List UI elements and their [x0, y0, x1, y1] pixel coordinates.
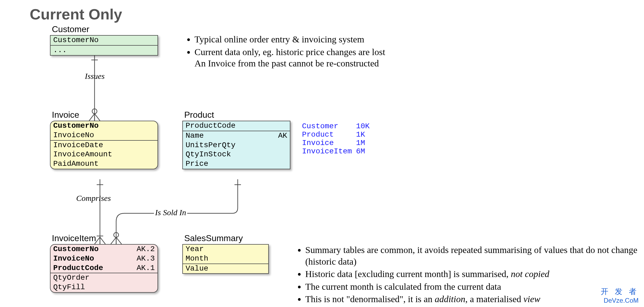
entity-label-product: Product	[184, 110, 214, 120]
field-product-unitsperqty: UnitsPerQty	[183, 141, 290, 150]
svg-line-16	[111, 237, 116, 244]
stat-customer-name: Customer	[302, 122, 356, 130]
field-invoice-customerno: CustomerNo	[51, 121, 157, 131]
bullet-top-2: Current data only, eg. historic price ch…	[194, 46, 619, 69]
field-invoiceitem-customerno-ak: AK.2	[137, 245, 155, 254]
entity-invoice: CustomerNo InvoiceNo InvoiceDate Invoice…	[50, 121, 158, 169]
field-invoiceitem-productcode-ak: AK.1	[137, 264, 155, 272]
field-product-productcode: ProductCode	[183, 121, 290, 131]
bullet-top-1: Typical online order entry & invoicing s…	[194, 34, 619, 45]
stat-invoiceitem-name: InvoiceItem	[302, 147, 356, 156]
bullet-top-2-sub: An Invoice from the past cannot be re-co…	[194, 58, 379, 68]
field-invoiceitem-customerno: CustomerNo AK.2	[51, 245, 157, 254]
rel-label-issues: Issues	[85, 72, 105, 81]
bullet-bottom-4: This is not "denormalised", it is an add…	[305, 293, 643, 305]
bullet-bottom-2-em: not copied	[511, 269, 549, 279]
field-invoice-paidamount: PaidAmount	[51, 159, 157, 169]
watermark-cn: 开 发 者	[601, 286, 639, 297]
stat-invoice: Invoice1M	[302, 139, 370, 147]
stat-invoiceitem-value: 6M	[356, 147, 365, 156]
field-invoice-invoicedate: InvoiceDate	[51, 140, 157, 150]
field-salessummary-year: Year	[183, 245, 268, 254]
field-product-qtyinstock: QtyInStock	[183, 150, 290, 159]
stat-invoice-value: 1M	[356, 139, 365, 147]
stat-product: Product1K	[302, 130, 370, 139]
entity-label-salessummary: SalesSummary	[184, 233, 243, 243]
stats-block: Customer10K Product1K Invoice1M InvoiceI…	[302, 122, 370, 156]
bullet-bottom-2-pre: Historic data [excluding current month] …	[305, 269, 511, 279]
field-invoiceitem-productcode-text: ProductCode	[53, 264, 103, 272]
bullet-bottom-4-pre: This is not "denormalised", it is an	[305, 294, 435, 304]
bullet-bottom-1: Summary tables are common, it avoids rep…	[305, 244, 643, 267]
field-invoiceitem-invoiceno-ak: AK.3	[137, 255, 155, 263]
field-invoice-invoiceamount: InvoiceAmount	[51, 150, 157, 159]
field-invoiceitem-invoiceno: InvoiceNo AK.3	[51, 254, 157, 264]
bullet-bottom-3: The current month is calculated from the…	[305, 281, 643, 293]
bullet-bottom-4-em2: view	[524, 294, 540, 304]
field-invoiceitem-invoiceno-text: InvoiceNo	[53, 254, 94, 263]
svg-line-4	[95, 114, 100, 121]
bullet-bottom-4-em1: addition	[435, 294, 465, 304]
field-customer-pk: CustomerNo	[51, 36, 157, 45]
entity-label-customer: Customer	[52, 24, 89, 34]
entity-label-invoiceitem: InvoiceItem	[52, 233, 96, 243]
field-invoiceitem-qtyfill: QtyFill	[51, 283, 157, 292]
stat-product-name: Product	[302, 130, 356, 139]
field-invoiceitem-productcode: ProductCode AK.1	[51, 264, 157, 273]
field-invoice-invoiceno: InvoiceNo	[51, 131, 157, 140]
stat-product-value: 1K	[356, 130, 365, 139]
bullet-bottom-4-mid: , a materialised	[465, 294, 524, 304]
svg-line-17	[116, 237, 122, 244]
bullets-top: Typical online order entry & invoicing s…	[186, 34, 619, 70]
field-invoiceitem-qtyorder: QtyOrder	[51, 273, 157, 283]
watermark: 开 发 者 DeVze.CoM	[601, 286, 639, 304]
rel-label-comprises: Comprises	[76, 194, 111, 203]
field-product-name-ak: AK	[278, 132, 287, 140]
stat-invoice-name: Invoice	[302, 139, 356, 147]
bullet-bottom-2: Historic data [excluding current month] …	[305, 268, 643, 280]
svg-line-10	[100, 237, 105, 244]
bullet-top-2-text: Current data only, eg. historic price ch…	[194, 47, 385, 57]
field-invoiceitem-customerno-text: CustomerNo	[53, 245, 99, 253]
stat-customer-value: 10K	[356, 122, 370, 130]
stat-customer: Customer10K	[302, 122, 370, 130]
rel-label-issoldin: Is Sold In	[154, 208, 187, 217]
field-salessummary-value: Value	[183, 264, 268, 274]
field-salessummary-month: Month	[183, 254, 268, 264]
field-customer-rest: ...	[51, 45, 157, 55]
bullets-bottom: Summary tables are common, it avoids rep…	[297, 244, 643, 306]
watermark-en: DeVze.CoM	[601, 297, 639, 304]
entity-salessummary: Year Month Value	[182, 244, 269, 274]
entity-customer: CustomerNo ...	[50, 35, 158, 56]
field-product-price: Price	[183, 159, 290, 169]
entity-invoiceitem: CustomerNo AK.2 InvoiceNo AK.3 ProductCo…	[50, 244, 158, 293]
entity-product: ProductCode Name AK UnitsPerQty QtyInSto…	[182, 121, 290, 169]
field-product-name-text: Name	[186, 131, 204, 140]
stat-invoiceitem: InvoiceItem6M	[302, 147, 370, 156]
field-product-name: Name AK	[183, 131, 290, 141]
entity-label-invoice: Invoice	[52, 110, 79, 120]
svg-line-3	[89, 114, 95, 121]
